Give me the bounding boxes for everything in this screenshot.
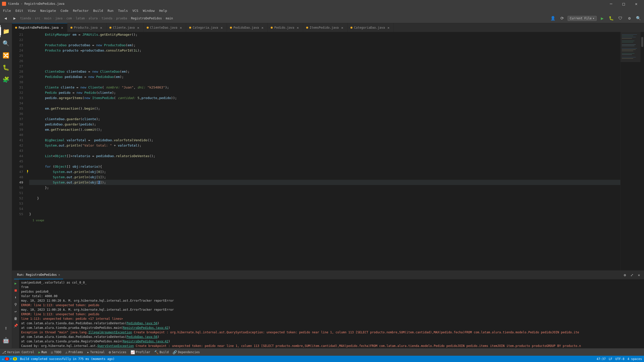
version-control-item[interactable]: ⎇ Version Control <box>2 350 34 354</box>
run-button[interactable]: ▶ <box>599 15 606 22</box>
close-button[interactable]: ✕ <box>630 0 642 8</box>
dependencies-item[interactable]: 🔗 Dependencies <box>173 350 200 354</box>
breadcrumb-tienda[interactable]: tienda <box>20 17 31 20</box>
link-illegal-arg[interactable]: IllegalArgumentException <box>88 331 132 334</box>
tab-categoria[interactable]: Categoria.java ✕ <box>186 23 227 32</box>
activity-ai[interactable]: 🤖 <box>0 334 12 346</box>
menu-build[interactable]: Build <box>91 8 105 14</box>
tab-label-categoriadao: CategoriaDao.java <box>354 26 385 29</box>
menu-vcs[interactable]: VCS <box>130 8 140 14</box>
breadcrumb-method[interactable]: main <box>166 17 173 20</box>
run-tab-close[interactable]: ✕ <box>58 273 60 277</box>
breadcrumb-com[interactable]: com <box>66 17 72 20</box>
build-item[interactable]: 🔨 Build <box>154 350 169 354</box>
wrap-button[interactable]: ↩ <box>13 308 19 314</box>
panel-close-button[interactable]: ✕ <box>636 272 642 278</box>
breadcrumb-file[interactable]: RegistroDePedidos <box>131 17 162 20</box>
tab-pedidodao[interactable]: PedidoDao.java ✕ <box>227 23 268 32</box>
error-status[interactable]: ⚠ 1 ⚡ 9 <box>2 357 17 361</box>
menu-run[interactable]: Run <box>106 8 115 14</box>
breadcrumb-latam[interactable]: latam <box>76 17 85 20</box>
breadcrumb-prueba[interactable]: prueba <box>116 17 127 20</box>
stop-button[interactable]: ⏹ <box>13 287 19 293</box>
run-item[interactable]: ▶ Run <box>38 350 47 354</box>
update-icon[interactable]: ⟳ <box>558 15 566 22</box>
menu-code[interactable]: Code <box>59 8 70 14</box>
encoding-indicator[interactable]: UTF-8 <box>615 357 624 361</box>
menu-file[interactable]: File <box>1 8 13 14</box>
breadcrumb-java[interactable]: java <box>55 17 63 20</box>
minimize-button[interactable]: ─ <box>605 0 617 8</box>
breadcrumb-tienda2[interactable]: tienda <box>101 17 112 20</box>
debug-button[interactable]: 🐛 <box>608 15 615 22</box>
scroll-end-button[interactable]: ⬇ <box>13 294 19 300</box>
tab-producto[interactable]: Producto.java ✕ <box>67 23 106 32</box>
panel-tab-run[interactable]: Run: RegistroDePedidos ✕ <box>14 270 63 279</box>
tab-categoriadao[interactable]: CategoriaDao.java ✕ <box>347 23 394 32</box>
profiler-item[interactable]: 📈 Profiler <box>131 350 150 354</box>
cursor-position[interactable]: 47:37 <box>597 357 606 361</box>
tab-clientedao[interactable]: ClienteDao.java ✕ <box>144 23 186 32</box>
tab-icon-cliente <box>109 27 111 29</box>
breadcrumb-main[interactable]: main <box>44 17 52 20</box>
link-registrodepedidos-42b[interactable]: RegistroDePedidos.java:42 <box>123 340 169 343</box>
tab-close-registrodepedidos[interactable]: ✕ <box>60 26 64 30</box>
services-item[interactable]: ⚙ Services <box>109 350 126 354</box>
tab-itemspedido[interactable]: ItemsPedido.java ✕ <box>303 23 348 32</box>
activity-project[interactable]: 📁 <box>0 25 12 37</box>
pin-button[interactable]: 📌 <box>13 323 19 329</box>
menu-view[interactable]: View <box>26 8 38 14</box>
current-file-button[interactable]: Current File ▾ <box>568 16 597 21</box>
panel-settings-button[interactable]: ⚙ <box>622 272 628 278</box>
settings-button[interactable]: ⚙ <box>626 15 633 22</box>
tab-close-producto[interactable]: ✕ <box>99 26 103 30</box>
menu-window[interactable]: Window <box>141 8 157 14</box>
link-registrodepedidos-42a[interactable]: RegistroDePedidos.java:42 <box>123 326 169 330</box>
breadcrumb-alura[interactable]: alura <box>89 17 98 20</box>
tab-close-itemspedido[interactable]: ✕ <box>340 26 344 30</box>
todo-item[interactable]: ☑ TODO <box>51 350 61 354</box>
filter-button[interactable]: ⚲ <box>13 301 19 307</box>
tab-close-categoriadao[interactable]: ✕ <box>386 26 390 30</box>
code-content[interactable]: EntityManager em = JPAUtils.getEntityMan… <box>27 32 620 270</box>
vertical-scrollbar[interactable] <box>640 32 644 270</box>
menu-navigate[interactable]: Navigate <box>38 8 58 14</box>
link-pedidodao-56[interactable]: PedidoDao.java:56 <box>127 322 157 325</box>
terminal-item[interactable]: ▸ Terminal <box>87 350 105 354</box>
tab-registrodepedidos[interactable]: RegistroDePedidos.java ✕ <box>12 23 67 32</box>
maximize-button[interactable]: □ <box>618 0 629 8</box>
back-button[interactable]: ◀ <box>2 15 9 22</box>
rerun-button[interactable]: ▶ <box>13 280 19 286</box>
indent-indicator[interactable]: 4 spaces <box>627 357 642 361</box>
activity-debug[interactable]: 🐛 <box>0 61 12 73</box>
tab-close-categoria[interactable]: ✕ <box>220 26 224 30</box>
link-querysyntax[interactable]: QuerySyntaxException <box>97 344 134 348</box>
tab-icon-pedido <box>271 27 273 29</box>
search-button[interactable]: 🔍 <box>635 15 642 22</box>
tab-pedido[interactable]: Pedido.java ✕ <box>268 23 303 32</box>
clear-button[interactable]: 🗑 <box>13 315 19 322</box>
profile-icon[interactable]: 👤 <box>549 15 556 22</box>
activity-search[interactable]: 🔍 <box>0 37 12 49</box>
activity-plugins[interactable]: 🧩 <box>0 73 12 85</box>
menu-tools[interactable]: Tools <box>116 8 130 14</box>
menu-refactor[interactable]: Refactor <box>71 8 91 14</box>
panel-expand-button[interactable]: ⤢ <box>629 272 635 278</box>
coverage-button[interactable]: 🛡 <box>617 15 624 22</box>
tab-close-pedido[interactable]: ✕ <box>296 26 300 30</box>
scrollbar-thumb[interactable] <box>641 37 643 47</box>
lf-indicator[interactable]: LF <box>609 357 612 361</box>
tab-close-cliente[interactable]: ✕ <box>136 26 140 30</box>
link-pedidodao-56b[interactable]: PedidoDao.java:56 <box>127 335 157 339</box>
tab-close-clientedao[interactable]: ✕ <box>179 26 183 30</box>
breadcrumb-src[interactable]: src <box>35 17 41 20</box>
menu-help[interactable]: Help <box>157 8 169 14</box>
menu-edit[interactable]: Edit <box>13 8 25 14</box>
forward-button[interactable]: ▶ <box>11 15 18 22</box>
activity-learn[interactable]: ⬆ <box>0 322 12 334</box>
line-num-23: 23 <box>12 42 25 48</box>
activity-vcs[interactable]: 🔀 <box>0 49 12 61</box>
tab-cliente[interactable]: Cliente.java ✕ <box>106 23 144 32</box>
tab-close-pedidodao[interactable]: ✕ <box>260 26 264 30</box>
problems-item[interactable]: ⚠ Problems <box>65 350 83 354</box>
